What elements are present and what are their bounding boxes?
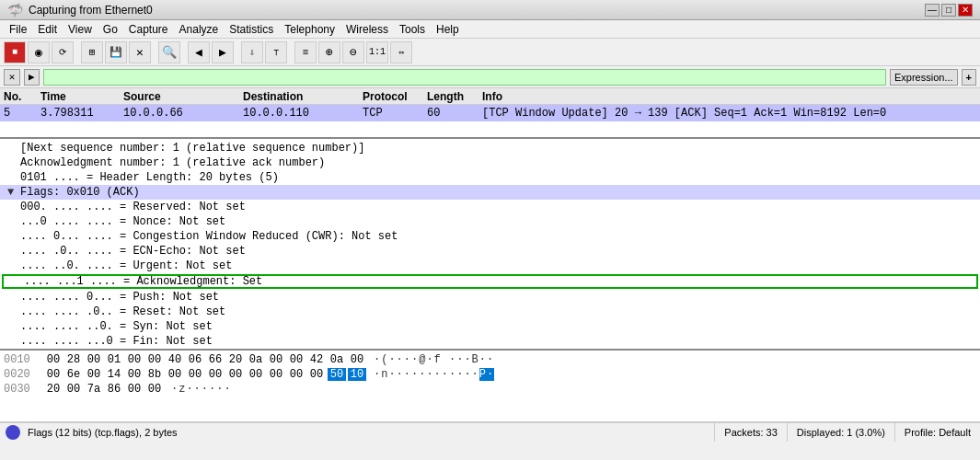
expression-button[interactable]: Expression... [890,69,958,86]
filter-input[interactable]: tcp.port == 139 [43,69,886,86]
close-file-button[interactable]: ✕ [129,41,151,63]
detail-line[interactable]: .... .... .0.. = Reset: Not set [0,305,980,319]
add-filter-button[interactable]: + [962,69,976,86]
zoom-out-button[interactable]: ⊖ [342,41,364,63]
open-button[interactable]: ⊞ [81,41,103,63]
packet-source: 10.0.0.66 [120,107,239,120]
filterbar: ✕ ▶ tcp.port == 139 Expression... + [0,66,980,88]
first-button[interactable]: ⊤ [265,41,287,63]
packets-count: Packets: 33 [714,423,786,442]
hex-byte: 00 [287,368,306,381]
menu-item-wireless[interactable]: Wireless [340,22,394,37]
hex-byte: 00 [125,383,144,396]
back-button[interactable]: ◀ [188,41,210,63]
menu-item-edit[interactable]: Edit [32,22,63,37]
hex-byte: 00 [226,368,245,381]
detail-line[interactable]: 0101 .... = Header Length: 20 bytes (5) [0,170,980,185]
detail-line[interactable]: .... 0... .... = Congestion Window Reduc… [0,229,980,244]
zoom-in-button[interactable]: ⊕ [318,41,340,63]
maximize-button[interactable]: □ [941,4,956,17]
minimize-button[interactable]: — [925,4,940,17]
packet-info: [TCP Window Update] 20 → 139 [ACK] Seq=1… [478,107,980,120]
hex-byte: 00 [247,368,265,381]
forward-button[interactable]: ▶ [212,41,234,63]
resize-columns-button[interactable]: ⇔ [390,41,412,63]
detail-line[interactable]: ▼ Flags: 0x010 (ACK) [0,185,980,200]
menu-item-tools[interactable]: Tools [394,22,431,37]
packet-no: 5 [0,107,37,120]
hex-byte: 14 [105,368,123,381]
stop-button[interactable]: ■ [4,41,26,63]
menu-item-analyze[interactable]: Analyze [174,22,225,37]
restart-button[interactable]: ◉ [28,41,50,63]
menu-item-help[interactable]: Help [431,22,465,37]
packet-protocol: TCP [359,107,423,120]
expand-arrow[interactable]: ▼ [7,186,20,199]
window-controls: — □ ✕ [925,4,973,17]
detail-line[interactable]: .... .... 0... = Push: Not set [0,290,980,305]
hex-byte: 00 [267,368,285,381]
col-header-time: Time [37,90,120,103]
hex-byte: 00 [206,368,225,381]
menu-item-capture[interactable]: Capture [123,22,174,37]
window-icon: 🦈 [7,3,23,17]
detail-line[interactable]: .... ..0. .... = Urgent: Not set [0,259,980,273]
menu-item-go[interactable]: Go [98,22,123,37]
zoom-normal-button[interactable]: 1:1 [366,41,388,63]
detail-line[interactable]: 000. .... .... = Reserved: Not set [0,200,980,214]
hex-byte: 42 [307,353,326,366]
ready-icon [6,425,20,440]
packet-list: No. Time Source Destination Protocol Len… [0,88,980,139]
hex-offset: 0020 [4,368,37,381]
hex-byte: 0a [247,353,265,366]
menu-item-telephony[interactable]: Telephony [279,22,340,37]
hex-byte: 00 [166,368,184,381]
hex-byte: 00 [85,368,103,381]
autoscroll-button[interactable]: ⟳ [52,41,74,63]
col-header-length: Length [423,90,478,103]
hex-ascii: ·z······ [171,383,232,396]
detail-line[interactable]: .... .... ...0 = Fin: Not set [0,334,980,349]
hex-byte: 20 [44,383,63,396]
detail-line[interactable]: Acknowledgment number: 1 (relative ack n… [0,155,980,170]
hex-byte: 20 [226,353,245,366]
save-button[interactable]: 💾 [105,41,127,63]
profile-info: Profile: Default [894,423,980,442]
packet-time: 3.798311 [37,107,120,120]
detail-pane: [Next sequence number: 1 (relative seque… [0,139,980,351]
menu-item-view[interactable]: View [63,22,98,37]
filter-clear-button[interactable]: ✕ [4,69,20,86]
detail-line[interactable]: .... .... ..0. = Syn: Not set [0,319,980,334]
goto-button[interactable]: ⇩ [241,41,263,63]
detail-line[interactable]: [Next sequence number: 1 (relative seque… [0,141,980,155]
detail-line[interactable]: ...0 .... .... = Nonce: Not set [0,214,980,229]
menu-item-statistics[interactable]: Statistics [224,22,279,37]
hex-byte: 6e [64,368,83,381]
hex-byte: 66 [206,353,225,366]
colorize-button[interactable]: ≡ [294,41,317,63]
col-header-no: No. [0,90,37,103]
hex-byte: 10 [348,368,366,381]
menubar: FileEditViewGoCaptureAnalyzeStatisticsTe… [0,20,980,39]
packet-row[interactable]: 5 3.798311 10.0.0.66 10.0.0.110 TCP 60 [… [0,105,980,121]
filter-bookmark-button[interactable]: ▶ [24,69,40,86]
detail-line[interactable]: .... ...1 .... = Acknowledgment: Set [2,274,978,289]
col-header-source: Source [120,90,239,103]
packet-destination: 10.0.0.110 [239,107,359,120]
col-header-destination: Destination [239,90,359,103]
hex-byte: 50 [328,368,346,381]
hex-offset: 0030 [4,383,37,396]
hex-byte: 00 [145,383,164,396]
menu-item-file[interactable]: File [4,22,32,37]
find-button[interactable]: 🔍 [158,41,180,63]
status-right: Packets: 33 Displayed: 1 (3.0%) Profile:… [714,423,980,442]
detail-line[interactable]: .... .0.. .... = ECN-Echo: Not set [0,244,980,259]
window-title: Capturing from Ethernet0 [29,4,153,17]
close-button[interactable]: ✕ [958,4,973,17]
hex-ascii: ·(····@·f ···B·· [374,353,494,366]
col-header-info: Info [478,90,980,103]
hex-byte: 01 [105,353,123,366]
displayed-count: Displayed: 1 (3.0%) [787,423,894,442]
hex-byte: 06 [186,353,204,366]
hex-ascii: ·n············P· [374,368,494,381]
